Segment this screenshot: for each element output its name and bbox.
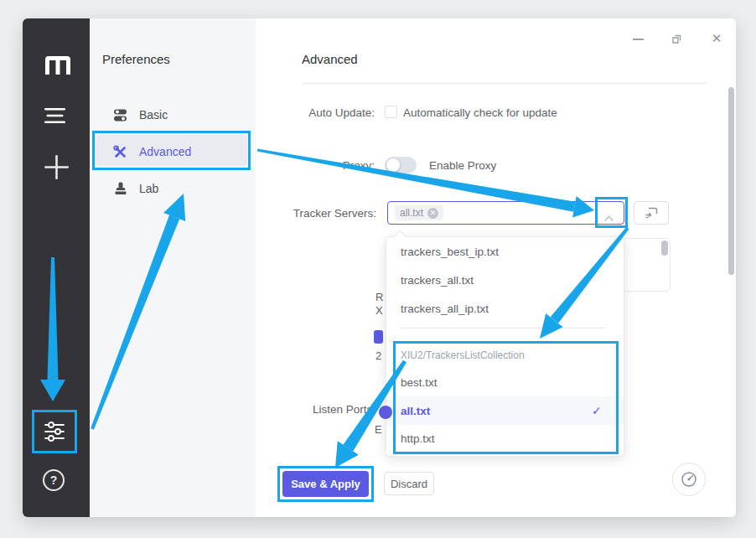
maximize-button[interactable] <box>670 32 683 45</box>
sync-trackers-button[interactable] <box>634 201 669 225</box>
preferences-panel <box>90 18 256 517</box>
proxy-toggle-label: Enable Proxy <box>429 159 496 172</box>
minimize-icon <box>633 39 644 40</box>
dropdown-option-selected[interactable]: all.txt <box>401 396 585 425</box>
select-collapse-button[interactable] <box>603 210 614 225</box>
sync-trackers-icon <box>645 207 658 219</box>
dropdown-option[interactable]: trackers_all_ip.txt <box>401 294 610 323</box>
toggle-knob <box>386 158 400 172</box>
maximize-icon <box>671 34 682 44</box>
tag-remove-icon[interactable]: ✕ <box>427 208 438 219</box>
tracker-servers-select[interactable]: all.txt ✕ <box>387 201 624 225</box>
close-button[interactable]: ✕ <box>709 31 724 46</box>
occluded-text-fragment: 2 <box>375 349 381 362</box>
sidebar-help-button[interactable]: ? <box>43 469 65 491</box>
nav-label-advanced: Advanced <box>139 145 191 158</box>
speed-limit-button[interactable] <box>672 463 706 496</box>
occluded-link-chip-fragment <box>374 330 383 344</box>
question-mark-icon: ? <box>50 473 58 487</box>
sidebar-task-list-button[interactable] <box>44 106 66 126</box>
lab-stamp-icon <box>114 182 127 196</box>
chevron-up-icon <box>603 215 614 222</box>
nav-item-advanced[interactable]: Advanced <box>113 142 239 161</box>
tag-label: all.txt <box>400 207 423 219</box>
tracker-servers-label: Tracker Servers: <box>210 207 376 220</box>
speedometer-icon <box>680 470 698 489</box>
dropdown-option[interactable]: best.txt <box>401 368 610 396</box>
proxy-label: Proxy: <box>210 159 375 172</box>
save-apply-button[interactable]: Save & Apply <box>282 471 369 497</box>
motrix-logo-icon <box>45 54 70 75</box>
dropdown-group-divider <box>401 328 605 328</box>
title-divider <box>302 83 707 84</box>
sidebar-add-task-button[interactable] <box>44 154 70 180</box>
sidebar-preferences-button[interactable] <box>43 420 66 443</box>
nav-item-lab[interactable]: Lab <box>114 179 240 198</box>
nav-label-lab: Lab <box>139 182 158 195</box>
occluded-slider-handle-fragment <box>379 406 392 419</box>
close-icon: ✕ <box>712 31 722 46</box>
settings-sliders-icon <box>44 421 65 442</box>
task-list-icon <box>44 107 65 124</box>
auto-update-checkbox[interactable] <box>385 106 397 118</box>
preferences-title: Preferences <box>102 52 170 66</box>
nav-item-basic[interactable]: Basic <box>113 106 239 124</box>
textarea-scrollbar[interactable] <box>661 241 668 256</box>
main-scrollbar[interactable] <box>728 87 734 275</box>
auto-update-checkbox-label[interactable]: Automatically check for update <box>403 106 557 119</box>
occluded-text-fragment: R <box>375 291 383 303</box>
plus-icon <box>44 155 69 179</box>
discard-button[interactable]: Discard <box>384 472 434 495</box>
selected-check-icon: ✓ <box>592 404 602 417</box>
selected-tracker-tag[interactable]: all.txt ✕ <box>395 205 443 220</box>
basic-toggles-icon <box>113 108 127 122</box>
dropdown-option[interactable]: trackers_all.txt <box>401 266 610 294</box>
advanced-tools-icon <box>113 145 127 159</box>
dropdown-option[interactable]: trackers_best_ip.txt <box>401 237 610 266</box>
page-title: Advanced <box>302 52 358 66</box>
dropdown-option[interactable]: http.txt <box>401 424 610 453</box>
dropdown-group-label: XIU2/TrackersListCollection <box>401 349 525 361</box>
listen-ports-label: Listen Ports: <box>210 403 375 416</box>
occluded-text-fragment: E <box>375 423 382 436</box>
proxy-toggle[interactable] <box>385 157 417 173</box>
minimize-button[interactable] <box>631 34 645 45</box>
nav-label-basic: Basic <box>139 108 168 122</box>
occluded-text-fragment: X <box>375 304 383 317</box>
motrix-logo <box>44 52 71 75</box>
